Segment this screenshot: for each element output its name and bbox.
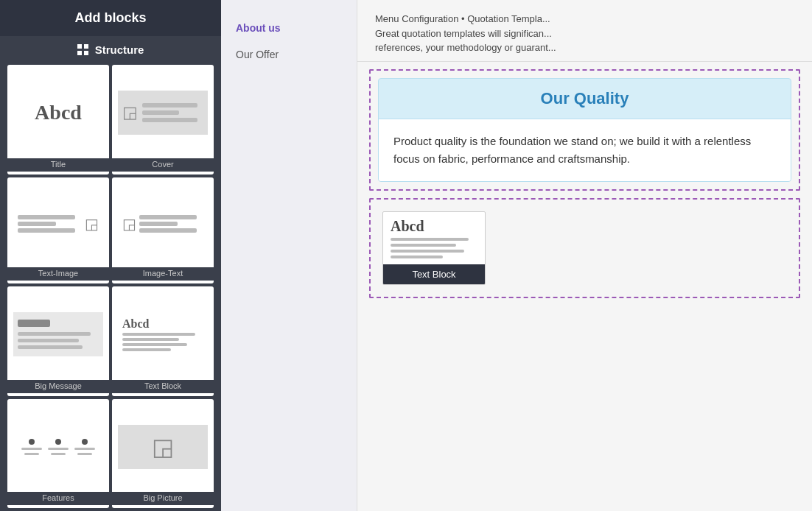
text-image-inner: ◲ [13,203,103,244]
text-block-thumbnail[interactable]: Abcd Text Block [382,211,486,285]
block-text-image-label: Text-Image [7,267,109,281]
feat-col-1 [21,439,42,455]
it-line-1 [139,215,197,219]
panel-title: Add blocks [0,0,221,36]
block-image-text-label: Image-Text [112,267,214,281]
quality-card: Our Quality Product quality is the found… [378,78,791,182]
camera-icon-it: ◲ [122,215,136,233]
bm-line-1 [18,332,91,336]
add-blocks-panel: Add blocks Structure Abcd Title ◲ [0,0,221,511]
cover-line-3 [142,118,197,122]
block-text-image-preview: ◲ [7,177,109,268]
block-big-message[interactable]: Big Message [7,286,109,396]
tb-line-1 [122,333,195,336]
block-big-message-preview [7,286,109,380]
feat-col-3 [74,439,95,455]
dashed-selection-box-1[interactable]: Our Quality Product quality is the found… [369,69,800,191]
ti-line-2 [18,222,56,226]
camera-icon-ti: ◲ [85,215,99,233]
it-line-2 [139,222,178,226]
content-area: About us Our Offer Menu Configuration • … [221,0,812,511]
features-inner [17,433,99,461]
tb-line-2 [122,338,179,341]
block-big-picture-label: Big Picture [112,492,214,505]
dashed-selection-box-2[interactable]: Abcd Text Block [369,198,800,298]
text-block-thumb-label: Text Block [383,264,485,284]
block-features-preview [7,399,109,493]
doc-header-line1: Menu Configuration • Quotation Templa... [375,12,794,27]
tb-thumb-line-3 [391,250,464,253]
image-text-inner: ◲ [118,203,208,244]
block-text-image[interactable]: ◲ Text-Image [7,177,109,284]
ti-line-3 [18,228,75,233]
block-text-block-preview: Abcd [112,286,214,380]
doc-header-line3: references, your methodology or guarant.… [375,40,794,55]
section-label: Structure [95,43,144,56]
block-image-text-preview: ◲ [112,177,214,268]
image-text-lines [139,215,203,233]
feat-line-1a [21,448,42,450]
camera-icon: ◲ [122,103,138,122]
tb-line-3 [122,343,187,346]
text-block-thumb-body: Abcd [383,212,485,264]
feat-col-2 [48,439,69,455]
sidebar-item-about-us[interactable]: About us [221,15,357,41]
cover-line-1 [142,103,197,108]
cover-line-2 [142,110,179,115]
doc-header-line2: Great quotation templates will significa… [375,27,794,41]
doc-header-area: Menu Configuration • Quotation Templa...… [357,0,812,62]
block-text-block[interactable]: Abcd Text Block [112,286,214,396]
block-big-picture[interactable]: ◲ Big Picture [112,399,214,509]
quality-card-title: Our Quality [379,79,791,119]
cover-lines [142,103,203,122]
title-preview-text: Abcd [35,101,82,124]
block-features-label: Features [7,492,109,505]
doc-header-text: Menu Configuration • Quotation Templa...… [375,12,794,55]
doc-sidebar: About us Our Offer [221,0,357,511]
big-message-inner [13,312,103,356]
right-panel: About us Our Offer Menu Configuration • … [221,0,812,511]
block-cover-label: Cover [112,158,214,172]
doc-content: Menu Configuration • Quotation Templa...… [357,0,812,511]
blocks-grid: Abcd Title ◲ Cover [0,62,221,511]
it-line-3 [139,228,197,233]
feat-line-2a [48,448,69,450]
feat-line-2b [51,453,66,455]
block-cover-preview: ◲ [112,65,214,158]
tb-thumb-title: Abcd [391,218,477,235]
block-text-block-label: Text Block [112,380,214,393]
feat-line-3b [77,453,92,455]
sidebar-item-our-offer[interactable]: Our Offer [221,41,357,68]
quality-card-body: Product quality is the foundation we sta… [379,119,791,181]
feat-dot-1 [29,439,35,445]
text-block-inner: Abcd [118,312,208,356]
big-picture-inner: ◲ [118,425,208,469]
section-structure: Structure [0,36,221,62]
block-title-preview: Abcd [7,65,109,158]
block-title[interactable]: Abcd Title [7,65,109,175]
tb-thumb-line-1 [391,238,469,241]
bm-line-3 [18,345,83,349]
block-big-picture-preview: ◲ [112,399,214,493]
block-cover[interactable]: ◲ Cover [112,65,214,175]
feat-line-1b [24,453,39,455]
ti-line-1 [18,215,75,219]
block-image-text[interactable]: ◲ Image-Text [112,177,214,284]
tb-line-4 [122,348,171,351]
feat-dot-3 [82,439,88,445]
tb-preview-title: Abcd [122,317,203,331]
grid-icon [77,44,89,56]
bm-short-line [18,320,50,327]
tb-thumb-line-2 [391,244,456,247]
block-title-label: Title [7,158,109,172]
bm-line-2 [18,339,79,342]
feat-line-3a [74,448,95,450]
feat-dot-2 [55,439,61,445]
text-image-lines [18,215,82,233]
cover-preview-inner: ◲ [118,91,208,135]
big-camera-icon: ◲ [152,433,174,461]
block-big-message-label: Big Message [7,380,109,393]
block-features[interactable]: Features [7,399,109,509]
tb-thumb-line-4 [391,256,443,258]
